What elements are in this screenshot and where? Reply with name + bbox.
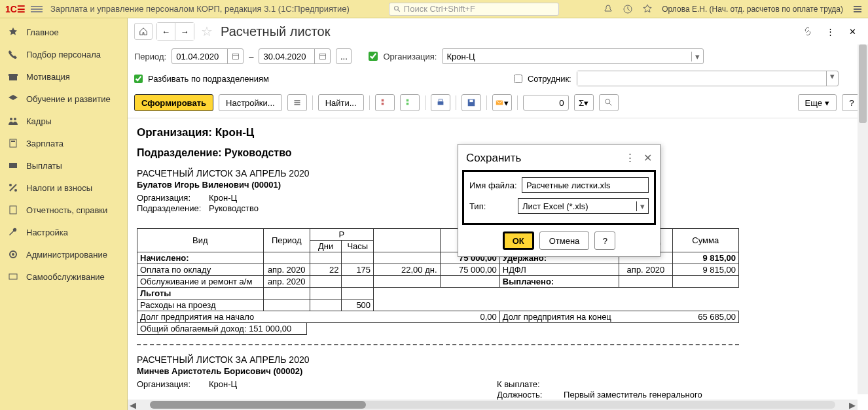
dialog-menu-icon[interactable]: ⋮ [624,151,636,165]
date-to-field[interactable] [259,52,314,61]
settings-dd-button[interactable] [287,94,307,111]
bell-icon[interactable] [603,4,613,14]
sidebar-item-taxes[interactable]: Налоги и взносы [0,177,127,199]
back-button[interactable]: ← [157,23,175,40]
menu-icon[interactable] [31,5,43,14]
type-field[interactable] [518,201,636,211]
svg-rect-26 [294,104,300,105]
star-icon[interactable] [642,4,653,14]
td: Начислено: [137,252,264,264]
employee-name: Минчев Аристотель Борисович (00002) [137,366,859,376]
sidebar-item-settings[interactable]: Настройка [0,221,127,243]
sidebar-item-education[interactable]: Обучение и развитие [0,88,127,110]
file-input[interactable] [522,177,649,193]
dropdown-icon[interactable]: ▾ [691,52,703,61]
td: 175 [342,264,374,276]
emp-input[interactable]: ▾ [577,71,839,86]
period-picker-button[interactable]: ... [336,48,352,64]
vertical-scrollbar[interactable] [858,44,868,394]
search-icon [393,5,401,13]
percent-icon [8,182,18,193]
horizontal-scrollbar[interactable]: ◀ ▶ [128,400,858,410]
org-checkbox[interactable] [369,52,378,61]
svg-rect-16 [10,206,16,214]
home-button[interactable] [134,23,153,40]
zoom-button[interactable] [599,94,619,111]
history-icon[interactable] [623,4,633,14]
expand-button[interactable] [375,94,395,111]
settings-icon[interactable] [852,4,863,14]
search-input[interactable]: Поиск Ctrl+Shift+F [389,3,559,16]
page-title: Расчетный листок [221,24,330,39]
card-icon [8,271,18,282]
td: 22,00 дн. [374,264,440,276]
td: 0,00 [440,311,499,323]
graduation-icon [8,94,18,104]
emp-checkbox[interactable] [514,75,522,83]
titlebar-right: Орлова Е.Н. (Нач. отд. расчетов по оплат… [603,4,863,14]
help-button[interactable]: ? [594,231,615,250]
td: Долг предприятия на начало [137,311,441,323]
td: апр. 2020 [263,276,310,288]
ok-button[interactable]: ОК [503,231,534,250]
date-to-input[interactable] [259,48,331,64]
num-input[interactable] [523,95,569,111]
email-button[interactable]: ▾ [492,94,512,111]
svg-rect-5 [854,11,861,12]
content: ← → ☆ Расчетный листок ⋮ ✕ Период: – ... [128,18,868,410]
dropdown-icon[interactable]: ▾ [636,201,648,211]
dialog-close-icon[interactable]: ✕ [643,152,652,164]
settings-button[interactable]: Настройки... [219,94,282,111]
print-button[interactable] [431,94,450,111]
scroll-left-icon[interactable]: ◀ [128,400,138,410]
cancel-button[interactable]: Отмена [539,231,590,250]
forward-button[interactable]: → [175,23,194,40]
sidebar-item-salary[interactable]: Зарплата [0,132,127,154]
date-from-input[interactable] [172,48,244,64]
type-select[interactable]: ▾ [518,198,649,214]
gift-icon [8,71,18,82]
sidebar-item-admin[interactable]: Администрирование [0,243,127,265]
sidebar-item-motivation[interactable]: Мотивация [0,65,127,88]
wrench-icon [8,227,18,237]
split-checkbox[interactable] [134,75,143,83]
generate-button[interactable]: Сформировать [134,94,213,111]
user-label[interactable]: Орлова Е.Н. (Нач. отд. расчетов по оплат… [662,5,843,14]
th: Вид [137,229,264,252]
svg-line-37 [609,103,611,106]
sidebar-label: Отчетность, справки [26,205,107,215]
link-icon[interactable] [799,23,817,40]
scroll-thumb[interactable] [150,401,366,409]
sidebar-item-self[interactable]: Самообслуживание [0,265,127,288]
sidebar-item-main[interactable]: Главное [0,21,127,43]
emp-field[interactable] [577,71,826,86]
sidebar-item-hr[interactable]: Кадры [0,110,127,132]
sum-button[interactable]: Σ▾ [574,94,594,111]
td: 9 815,00 [672,264,738,276]
td: Расходы на проезд [137,299,264,311]
sidebar-label: Самообслуживание [26,272,105,282]
more-icon[interactable]: ⋮ [821,23,839,40]
dropdown-icon[interactable]: ▾ [826,71,838,86]
org-input[interactable]: ▾ [442,48,704,64]
sidebar-item-recruit[interactable]: Подбор персонала [0,43,127,65]
collapse-button[interactable] [400,94,420,111]
close-button[interactable]: ✕ [843,23,861,40]
gear-icon [8,249,18,260]
org-field[interactable] [443,52,691,61]
favorite-icon[interactable]: ☆ [201,24,213,39]
date-from-field[interactable] [172,52,227,61]
more-button[interactable]: Еще▾ [798,94,837,111]
scroll-thumb[interactable] [859,44,867,123]
sidebar-item-payments[interactable]: Выплаты [0,154,127,177]
app-title: Зарплата и управление персоналом КОРП, р… [50,4,350,14]
save-button[interactable] [461,94,481,111]
file-field[interactable] [522,180,648,190]
th: Дни [310,241,342,252]
calendar-icon[interactable] [314,49,330,63]
calendar-icon[interactable] [227,49,243,63]
scroll-right-icon[interactable]: ▶ [847,400,858,410]
svg-rect-7 [9,74,18,76]
sidebar-item-reports[interactable]: Отчетность, справки [0,199,127,221]
find-button[interactable]: Найти... [318,94,364,111]
